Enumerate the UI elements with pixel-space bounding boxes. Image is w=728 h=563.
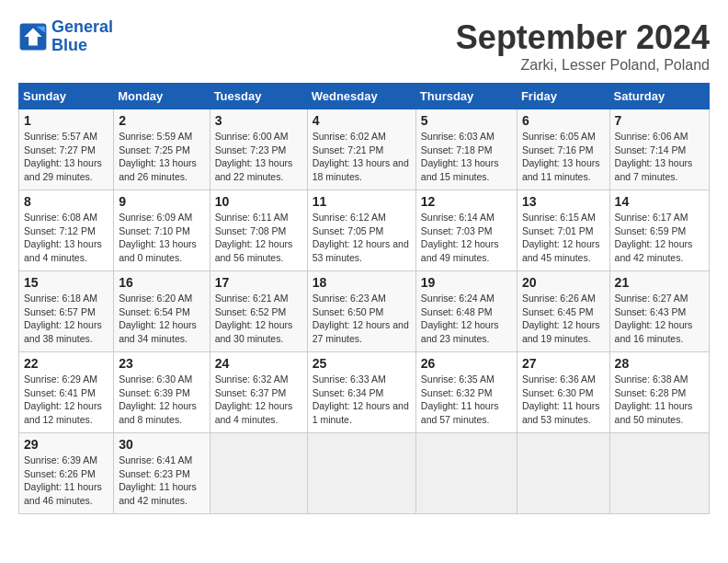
calendar-week-row: 29Sunrise: 6:39 AMSunset: 6:26 PMDayligh… [19, 433, 710, 514]
day-number: 6 [522, 113, 605, 128]
day-number: 10 [215, 194, 302, 209]
day-info: Sunrise: 6:24 AMSunset: 6:48 PMDaylight:… [421, 292, 512, 346]
day-info: Sunrise: 6:09 AMSunset: 7:10 PMDaylight:… [119, 211, 204, 265]
day-info: Sunrise: 5:59 AMSunset: 7:25 PMDaylight:… [119, 130, 204, 184]
day-number: 11 [313, 194, 411, 209]
table-row: 28Sunrise: 6:38 AMSunset: 6:28 PMDayligh… [609, 352, 709, 433]
table-row: 8Sunrise: 6:08 AMSunset: 7:12 PMDaylight… [19, 190, 114, 271]
title-block: September 2024 Zarki, Lesser Poland, Pol… [456, 18, 710, 74]
day-number: 4 [313, 113, 411, 128]
day-number: 7 [615, 113, 704, 128]
day-info: Sunrise: 6:29 AMSunset: 6:41 PMDaylight:… [24, 373, 108, 427]
calendar-week-row: 1Sunrise: 5:57 AMSunset: 7:27 PMDaylight… [19, 109, 710, 190]
table-row: 18Sunrise: 6:23 AMSunset: 6:50 PMDayligh… [307, 271, 415, 352]
day-info: Sunrise: 6:41 AMSunset: 6:23 PMDaylight:… [119, 454, 204, 508]
day-info: Sunrise: 6:38 AMSunset: 6:28 PMDaylight:… [615, 373, 704, 427]
day-number: 5 [421, 113, 512, 128]
table-row: 22Sunrise: 6:29 AMSunset: 6:41 PMDayligh… [19, 352, 114, 433]
table-row: 4Sunrise: 6:02 AMSunset: 7:21 PMDaylight… [307, 109, 415, 190]
table-row: 24Sunrise: 6:32 AMSunset: 6:37 PMDayligh… [210, 352, 307, 433]
table-row: 25Sunrise: 6:33 AMSunset: 6:34 PMDayligh… [307, 352, 415, 433]
table-row: 30Sunrise: 6:41 AMSunset: 6:23 PMDayligh… [114, 433, 210, 514]
table-row: 6Sunrise: 6:05 AMSunset: 7:16 PMDaylight… [517, 109, 609, 190]
table-row: 11Sunrise: 6:12 AMSunset: 7:05 PMDayligh… [307, 190, 415, 271]
col-tuesday: Tuesday [210, 84, 307, 109]
logo-icon [18, 22, 48, 52]
day-info: Sunrise: 6:11 AMSunset: 7:08 PMDaylight:… [215, 211, 302, 265]
day-number: 20 [522, 275, 605, 290]
day-number: 8 [24, 194, 108, 209]
day-info: Sunrise: 6:15 AMSunset: 7:01 PMDaylight:… [522, 211, 605, 265]
logo-text: General Blue [51, 18, 113, 55]
header-row: Sunday Monday Tuesday Wednesday Thursday… [19, 84, 710, 109]
table-row: 9Sunrise: 6:09 AMSunset: 7:10 PMDaylight… [114, 190, 210, 271]
day-info: Sunrise: 6:30 AMSunset: 6:39 PMDaylight:… [119, 373, 204, 427]
day-info: Sunrise: 6:33 AMSunset: 6:34 PMDaylight:… [313, 373, 411, 427]
col-wednesday: Wednesday [307, 84, 415, 109]
table-row [517, 433, 609, 514]
table-row [609, 433, 709, 514]
day-number: 19 [421, 275, 512, 290]
calendar-week-row: 15Sunrise: 6:18 AMSunset: 6:57 PMDayligh… [19, 271, 710, 352]
day-info: Sunrise: 6:17 AMSunset: 6:59 PMDaylight:… [615, 211, 704, 265]
day-number: 30 [119, 437, 204, 452]
day-number: 21 [615, 275, 704, 290]
logo: General Blue [18, 18, 113, 55]
day-number: 28 [615, 356, 704, 371]
col-sunday: Sunday [19, 84, 114, 109]
day-info: Sunrise: 6:05 AMSunset: 7:16 PMDaylight:… [522, 130, 605, 184]
location: Zarki, Lesser Poland, Poland [456, 57, 710, 74]
col-friday: Friday [517, 84, 609, 109]
table-row: 14Sunrise: 6:17 AMSunset: 6:59 PMDayligh… [609, 190, 709, 271]
table-row: 7Sunrise: 6:06 AMSunset: 7:14 PMDaylight… [609, 109, 709, 190]
table-row: 19Sunrise: 6:24 AMSunset: 6:48 PMDayligh… [415, 271, 517, 352]
day-info: Sunrise: 5:57 AMSunset: 7:27 PMDaylight:… [24, 130, 108, 184]
table-row: 3Sunrise: 6:00 AMSunset: 7:23 PMDaylight… [210, 109, 307, 190]
table-row: 17Sunrise: 6:21 AMSunset: 6:52 PMDayligh… [210, 271, 307, 352]
day-info: Sunrise: 6:06 AMSunset: 7:14 PMDaylight:… [615, 130, 704, 184]
day-number: 9 [119, 194, 204, 209]
logo-line2: Blue [51, 36, 87, 54]
month-title: September 2024 [456, 18, 710, 57]
col-saturday: Saturday [609, 84, 709, 109]
day-number: 12 [421, 194, 512, 209]
day-number: 23 [119, 356, 204, 371]
day-info: Sunrise: 6:20 AMSunset: 6:54 PMDaylight:… [119, 292, 204, 346]
day-number: 14 [615, 194, 704, 209]
table-row [415, 433, 517, 514]
table-row [210, 433, 307, 514]
day-number: 1 [24, 113, 108, 128]
day-info: Sunrise: 6:03 AMSunset: 7:18 PMDaylight:… [421, 130, 512, 184]
table-row: 5Sunrise: 6:03 AMSunset: 7:18 PMDaylight… [415, 109, 517, 190]
day-info: Sunrise: 6:39 AMSunset: 6:26 PMDaylight:… [24, 454, 108, 508]
day-number: 16 [119, 275, 204, 290]
calendar-week-row: 8Sunrise: 6:08 AMSunset: 7:12 PMDaylight… [19, 190, 710, 271]
table-row: 27Sunrise: 6:36 AMSunset: 6:30 PMDayligh… [517, 352, 609, 433]
table-row: 21Sunrise: 6:27 AMSunset: 6:43 PMDayligh… [609, 271, 709, 352]
day-number: 17 [215, 275, 302, 290]
day-info: Sunrise: 6:35 AMSunset: 6:32 PMDaylight:… [421, 373, 512, 427]
day-info: Sunrise: 6:12 AMSunset: 7:05 PMDaylight:… [313, 211, 411, 265]
day-info: Sunrise: 6:27 AMSunset: 6:43 PMDaylight:… [615, 292, 704, 346]
day-number: 3 [215, 113, 302, 128]
day-number: 25 [313, 356, 411, 371]
table-row: 1Sunrise: 5:57 AMSunset: 7:27 PMDaylight… [19, 109, 114, 190]
table-row [307, 433, 415, 514]
page-header: General Blue September 2024 Zarki, Lesse… [18, 18, 710, 74]
calendar-table: Sunday Monday Tuesday Wednesday Thursday… [18, 83, 710, 514]
logo-line1: General [51, 17, 113, 36]
day-info: Sunrise: 6:14 AMSunset: 7:03 PMDaylight:… [421, 211, 512, 265]
day-info: Sunrise: 6:02 AMSunset: 7:21 PMDaylight:… [313, 130, 411, 184]
table-row: 15Sunrise: 6:18 AMSunset: 6:57 PMDayligh… [19, 271, 114, 352]
table-row: 16Sunrise: 6:20 AMSunset: 6:54 PMDayligh… [114, 271, 210, 352]
day-number: 18 [313, 275, 411, 290]
calendar-week-row: 22Sunrise: 6:29 AMSunset: 6:41 PMDayligh… [19, 352, 710, 433]
table-row: 2Sunrise: 5:59 AMSunset: 7:25 PMDaylight… [114, 109, 210, 190]
table-row: 26Sunrise: 6:35 AMSunset: 6:32 PMDayligh… [415, 352, 517, 433]
day-info: Sunrise: 6:21 AMSunset: 6:52 PMDaylight:… [215, 292, 302, 346]
day-number: 13 [522, 194, 605, 209]
day-info: Sunrise: 6:23 AMSunset: 6:50 PMDaylight:… [313, 292, 411, 346]
table-row: 13Sunrise: 6:15 AMSunset: 7:01 PMDayligh… [517, 190, 609, 271]
day-info: Sunrise: 6:32 AMSunset: 6:37 PMDaylight:… [215, 373, 302, 427]
day-number: 22 [24, 356, 108, 371]
